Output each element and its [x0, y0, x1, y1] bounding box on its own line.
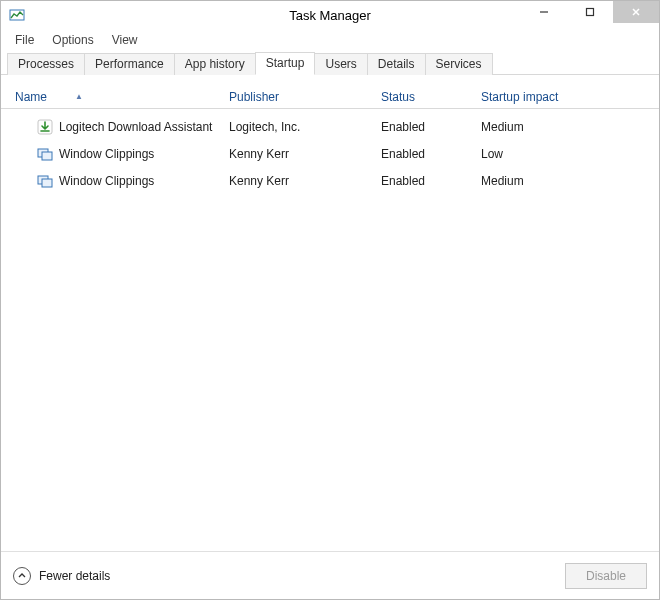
fewer-details-label: Fewer details [39, 569, 110, 583]
tab-startup[interactable]: Startup [255, 52, 316, 75]
app-icon [9, 7, 25, 23]
row-name: Window Clippings [59, 174, 154, 188]
tab-services[interactable]: Services [425, 53, 493, 75]
tab-users[interactable]: Users [314, 53, 367, 75]
svg-rect-8 [42, 152, 52, 160]
menubar: File Options View [1, 29, 659, 51]
sort-indicator-icon: ▲ [75, 92, 83, 101]
tab-app-history[interactable]: App history [174, 53, 256, 75]
tab-details[interactable]: Details [367, 53, 426, 75]
col-header-name[interactable]: Name ▲ [1, 85, 223, 108]
row-impact: Low [475, 147, 595, 161]
svg-rect-2 [587, 9, 594, 16]
col-header-impact[interactable]: Startup impact [475, 85, 595, 108]
tabstrip: Processes Performance App history Startu… [1, 51, 659, 75]
window-controls [521, 1, 659, 23]
svg-rect-10 [42, 179, 52, 187]
startup-table-body: Logitech Download Assistant Logitech, In… [1, 109, 659, 551]
app-icon [37, 146, 53, 162]
titlebar: Task Manager [1, 1, 659, 29]
task-manager-window: Task Manager File Options View Processes… [0, 0, 660, 600]
column-headers: Name ▲ Publisher Status Startup impact [1, 75, 659, 109]
menu-file[interactable]: File [7, 31, 42, 49]
menu-view[interactable]: View [104, 31, 146, 49]
row-status: Enabled [375, 174, 475, 188]
tab-performance[interactable]: Performance [84, 53, 175, 75]
table-row[interactable]: Window Clippings Kenny Kerr Enabled Low [1, 140, 659, 167]
col-header-publisher[interactable]: Publisher [223, 85, 375, 108]
row-impact: Medium [475, 174, 595, 188]
row-name: Logitech Download Assistant [59, 120, 212, 134]
tab-processes[interactable]: Processes [7, 53, 85, 75]
row-status: Enabled [375, 120, 475, 134]
table-row[interactable]: Window Clippings Kenny Kerr Enabled Medi… [1, 167, 659, 194]
row-publisher: Kenny Kerr [223, 174, 375, 188]
col-header-name-label: Name [15, 90, 47, 104]
fewer-details-button[interactable]: Fewer details [13, 567, 110, 585]
row-publisher: Kenny Kerr [223, 147, 375, 161]
row-name: Window Clippings [59, 147, 154, 161]
row-impact: Medium [475, 120, 595, 134]
app-icon [37, 173, 53, 189]
col-header-status[interactable]: Status [375, 85, 475, 108]
disable-button[interactable]: Disable [565, 563, 647, 589]
bottom-bar: Fewer details Disable [1, 551, 659, 599]
row-publisher: Logitech, Inc. [223, 120, 375, 134]
table-row[interactable]: Logitech Download Assistant Logitech, In… [1, 113, 659, 140]
row-status: Enabled [375, 147, 475, 161]
download-icon [37, 119, 53, 135]
maximize-button[interactable] [567, 1, 613, 23]
minimize-button[interactable] [521, 1, 567, 23]
chevron-up-icon [13, 567, 31, 585]
menu-options[interactable]: Options [44, 31, 101, 49]
close-button[interactable] [613, 1, 659, 23]
